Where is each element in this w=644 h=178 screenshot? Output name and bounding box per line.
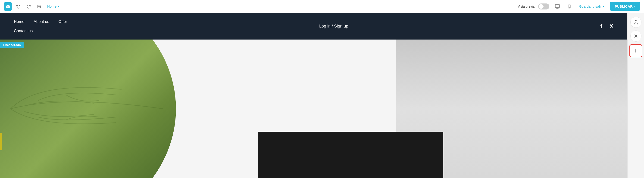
save-button[interactable] [35, 3, 42, 10]
nav-row-bottom: Contact us [14, 26, 67, 36]
nav-auth-label: Log in / Sign up [319, 24, 348, 28]
guardar-salir-label: Guardar y salir [579, 4, 602, 8]
hero-section: Encabezado [0, 39, 627, 178]
feedback-tab[interactable]: Feedback [0, 133, 2, 150]
publicar-arrow-icon: › [634, 4, 635, 8]
undo-button[interactable] [15, 3, 22, 10]
desktop-device-button[interactable] [553, 3, 562, 10]
nav-offer-link[interactable]: Offer [58, 19, 67, 24]
nav-row-top: Home About us Offer [14, 17, 67, 26]
preview-toggle[interactable] [538, 3, 549, 9]
close-button[interactable] [630, 30, 642, 42]
home-label: Home [47, 4, 56, 8]
publicar-button[interactable]: PUBLICAR › [610, 2, 640, 11]
publicar-label: PUBLICAR [615, 4, 633, 8]
nav-contact-link[interactable]: Contact us [14, 29, 33, 33]
twitter-icon[interactable]: 𝕏 [609, 23, 614, 29]
nav-home-link[interactable]: Home [14, 19, 24, 24]
leaf-veins-decoration [0, 39, 174, 178]
site-nav: Home About us Offer Contact us Log in / … [0, 13, 627, 39]
network-button[interactable] [630, 17, 642, 28]
mobile-device-button[interactable] [566, 3, 574, 10]
toolbar: Home ▾ Vista previa Guardar y salir ▾ PU… [0, 0, 644, 13]
encabezado-badge: Encabezado [0, 42, 24, 48]
guardar-salir-button[interactable]: Guardar y salir ▾ [577, 3, 606, 9]
vista-previa-label: Vista previa [518, 5, 534, 8]
chevron-down-icon: ▾ [58, 5, 59, 8]
hero-text-box [258, 132, 443, 178]
toolbar-right: Vista previa Guardar y salir ▾ PUBLICAR … [518, 2, 640, 11]
email-logo [4, 2, 12, 11]
svg-point-7 [637, 23, 638, 24]
redo-button[interactable] [25, 3, 32, 10]
toolbar-left: Home ▾ [4, 2, 518, 11]
nav-links-container: Home About us Offer Contact us [14, 17, 67, 36]
svg-point-5 [636, 20, 636, 21]
main-area: Home About us Offer Contact us Log in / … [0, 13, 644, 178]
svg-line-10 [636, 23, 637, 23]
nav-about-link[interactable]: About us [34, 19, 49, 24]
svg-point-6 [634, 23, 635, 24]
svg-line-9 [634, 23, 636, 23]
nav-auth[interactable]: Log in / Sign up [319, 24, 348, 29]
plus-icon: + [634, 48, 638, 54]
guardar-chevron-icon: ▾ [603, 5, 604, 8]
nav-social: f 𝕏 [600, 23, 614, 30]
svg-rect-0 [555, 4, 560, 7]
home-dropdown[interactable]: Home ▾ [45, 3, 61, 9]
canvas: Home About us Offer Contact us Log in / … [0, 13, 627, 178]
right-sidebar: + [627, 13, 644, 178]
add-button[interactable]: + [630, 44, 642, 57]
facebook-icon[interactable]: f [600, 23, 602, 30]
